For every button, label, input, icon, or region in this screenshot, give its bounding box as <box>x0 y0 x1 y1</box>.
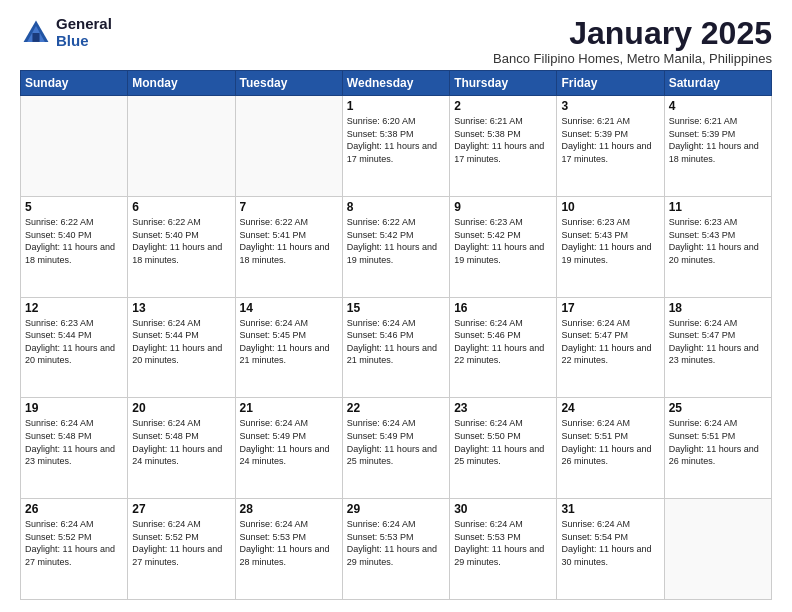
day-info: Sunrise: 6:24 AM Sunset: 5:52 PM Dayligh… <box>25 518 123 568</box>
day-cell-28: 28Sunrise: 6:24 AM Sunset: 5:53 PM Dayli… <box>235 499 342 600</box>
day-number: 1 <box>347 99 445 113</box>
day-info: Sunrise: 6:21 AM Sunset: 5:39 PM Dayligh… <box>561 115 659 165</box>
logo-icon <box>20 17 52 49</box>
day-number: 6 <box>132 200 230 214</box>
day-info: Sunrise: 6:24 AM Sunset: 5:53 PM Dayligh… <box>240 518 338 568</box>
day-info: Sunrise: 6:24 AM Sunset: 5:45 PM Dayligh… <box>240 317 338 367</box>
logo-text: General Blue <box>56 16 112 49</box>
weekday-thursday: Thursday <box>450 71 557 96</box>
day-cell-5: 5Sunrise: 6:22 AM Sunset: 5:40 PM Daylig… <box>21 196 128 297</box>
week-row-4: 26Sunrise: 6:24 AM Sunset: 5:52 PM Dayli… <box>21 499 772 600</box>
day-cell-24: 24Sunrise: 6:24 AM Sunset: 5:51 PM Dayli… <box>557 398 664 499</box>
weekday-wednesday: Wednesday <box>342 71 449 96</box>
page: General Blue January 2025 Banco Filipino… <box>0 0 792 612</box>
weekday-tuesday: Tuesday <box>235 71 342 96</box>
day-number: 26 <box>25 502 123 516</box>
logo-general-text: General <box>56 16 112 33</box>
day-cell-11: 11Sunrise: 6:23 AM Sunset: 5:43 PM Dayli… <box>664 196 771 297</box>
day-info: Sunrise: 6:24 AM Sunset: 5:50 PM Dayligh… <box>454 417 552 467</box>
day-info: Sunrise: 6:24 AM Sunset: 5:49 PM Dayligh… <box>240 417 338 467</box>
day-number: 20 <box>132 401 230 415</box>
day-number: 4 <box>669 99 767 113</box>
day-cell-9: 9Sunrise: 6:23 AM Sunset: 5:42 PM Daylig… <box>450 196 557 297</box>
day-cell-8: 8Sunrise: 6:22 AM Sunset: 5:42 PM Daylig… <box>342 196 449 297</box>
day-number: 25 <box>669 401 767 415</box>
day-cell-10: 10Sunrise: 6:23 AM Sunset: 5:43 PM Dayli… <box>557 196 664 297</box>
day-cell-13: 13Sunrise: 6:24 AM Sunset: 5:44 PM Dayli… <box>128 297 235 398</box>
day-info: Sunrise: 6:22 AM Sunset: 5:40 PM Dayligh… <box>25 216 123 266</box>
day-number: 24 <box>561 401 659 415</box>
empty-cell <box>235 96 342 197</box>
day-number: 7 <box>240 200 338 214</box>
logo-blue-text: Blue <box>56 33 112 50</box>
location-subtitle: Banco Filipino Homes, Metro Manila, Phil… <box>493 51 772 66</box>
day-info: Sunrise: 6:22 AM Sunset: 5:41 PM Dayligh… <box>240 216 338 266</box>
day-number: 10 <box>561 200 659 214</box>
day-number: 11 <box>669 200 767 214</box>
day-number: 5 <box>25 200 123 214</box>
day-info: Sunrise: 6:24 AM Sunset: 5:54 PM Dayligh… <box>561 518 659 568</box>
day-info: Sunrise: 6:24 AM Sunset: 5:52 PM Dayligh… <box>132 518 230 568</box>
day-cell-12: 12Sunrise: 6:23 AM Sunset: 5:44 PM Dayli… <box>21 297 128 398</box>
day-number: 30 <box>454 502 552 516</box>
day-cell-31: 31Sunrise: 6:24 AM Sunset: 5:54 PM Dayli… <box>557 499 664 600</box>
day-info: Sunrise: 6:23 AM Sunset: 5:44 PM Dayligh… <box>25 317 123 367</box>
day-number: 9 <box>454 200 552 214</box>
day-cell-2: 2Sunrise: 6:21 AM Sunset: 5:38 PM Daylig… <box>450 96 557 197</box>
weekday-monday: Monday <box>128 71 235 96</box>
day-number: 23 <box>454 401 552 415</box>
week-row-0: 1Sunrise: 6:20 AM Sunset: 5:38 PM Daylig… <box>21 96 772 197</box>
day-info: Sunrise: 6:24 AM Sunset: 5:49 PM Dayligh… <box>347 417 445 467</box>
day-cell-29: 29Sunrise: 6:24 AM Sunset: 5:53 PM Dayli… <box>342 499 449 600</box>
day-number: 19 <box>25 401 123 415</box>
day-info: Sunrise: 6:24 AM Sunset: 5:53 PM Dayligh… <box>347 518 445 568</box>
logo: General Blue <box>20 16 112 49</box>
day-cell-4: 4Sunrise: 6:21 AM Sunset: 5:39 PM Daylig… <box>664 96 771 197</box>
day-info: Sunrise: 6:24 AM Sunset: 5:46 PM Dayligh… <box>454 317 552 367</box>
day-info: Sunrise: 6:24 AM Sunset: 5:47 PM Dayligh… <box>561 317 659 367</box>
day-cell-30: 30Sunrise: 6:24 AM Sunset: 5:53 PM Dayli… <box>450 499 557 600</box>
weekday-saturday: Saturday <box>664 71 771 96</box>
empty-cell <box>21 96 128 197</box>
day-info: Sunrise: 6:24 AM Sunset: 5:53 PM Dayligh… <box>454 518 552 568</box>
day-cell-17: 17Sunrise: 6:24 AM Sunset: 5:47 PM Dayli… <box>557 297 664 398</box>
day-cell-7: 7Sunrise: 6:22 AM Sunset: 5:41 PM Daylig… <box>235 196 342 297</box>
day-number: 16 <box>454 301 552 315</box>
day-cell-25: 25Sunrise: 6:24 AM Sunset: 5:51 PM Dayli… <box>664 398 771 499</box>
day-info: Sunrise: 6:24 AM Sunset: 5:47 PM Dayligh… <box>669 317 767 367</box>
day-number: 31 <box>561 502 659 516</box>
day-cell-19: 19Sunrise: 6:24 AM Sunset: 5:48 PM Dayli… <box>21 398 128 499</box>
svg-rect-2 <box>32 33 39 42</box>
weekday-friday: Friday <box>557 71 664 96</box>
empty-cell <box>128 96 235 197</box>
day-info: Sunrise: 6:24 AM Sunset: 5:51 PM Dayligh… <box>669 417 767 467</box>
title-block: January 2025 Banco Filipino Homes, Metro… <box>493 16 772 66</box>
day-number: 22 <box>347 401 445 415</box>
day-cell-26: 26Sunrise: 6:24 AM Sunset: 5:52 PM Dayli… <box>21 499 128 600</box>
day-info: Sunrise: 6:24 AM Sunset: 5:46 PM Dayligh… <box>347 317 445 367</box>
day-info: Sunrise: 6:24 AM Sunset: 5:44 PM Dayligh… <box>132 317 230 367</box>
day-info: Sunrise: 6:21 AM Sunset: 5:39 PM Dayligh… <box>669 115 767 165</box>
day-info: Sunrise: 6:20 AM Sunset: 5:38 PM Dayligh… <box>347 115 445 165</box>
empty-cell <box>664 499 771 600</box>
month-title: January 2025 <box>493 16 772 51</box>
week-row-2: 12Sunrise: 6:23 AM Sunset: 5:44 PM Dayli… <box>21 297 772 398</box>
weekday-header-row: SundayMondayTuesdayWednesdayThursdayFrid… <box>21 71 772 96</box>
day-info: Sunrise: 6:22 AM Sunset: 5:40 PM Dayligh… <box>132 216 230 266</box>
day-number: 2 <box>454 99 552 113</box>
day-cell-20: 20Sunrise: 6:24 AM Sunset: 5:48 PM Dayli… <box>128 398 235 499</box>
day-info: Sunrise: 6:23 AM Sunset: 5:42 PM Dayligh… <box>454 216 552 266</box>
day-info: Sunrise: 6:23 AM Sunset: 5:43 PM Dayligh… <box>669 216 767 266</box>
day-info: Sunrise: 6:24 AM Sunset: 5:51 PM Dayligh… <box>561 417 659 467</box>
day-info: Sunrise: 6:21 AM Sunset: 5:38 PM Dayligh… <box>454 115 552 165</box>
calendar-table: SundayMondayTuesdayWednesdayThursdayFrid… <box>20 70 772 600</box>
day-cell-21: 21Sunrise: 6:24 AM Sunset: 5:49 PM Dayli… <box>235 398 342 499</box>
day-number: 13 <box>132 301 230 315</box>
day-info: Sunrise: 6:23 AM Sunset: 5:43 PM Dayligh… <box>561 216 659 266</box>
day-cell-18: 18Sunrise: 6:24 AM Sunset: 5:47 PM Dayli… <box>664 297 771 398</box>
day-number: 12 <box>25 301 123 315</box>
day-number: 14 <box>240 301 338 315</box>
header: General Blue January 2025 Banco Filipino… <box>20 16 772 66</box>
day-cell-22: 22Sunrise: 6:24 AM Sunset: 5:49 PM Dayli… <box>342 398 449 499</box>
day-cell-3: 3Sunrise: 6:21 AM Sunset: 5:39 PM Daylig… <box>557 96 664 197</box>
